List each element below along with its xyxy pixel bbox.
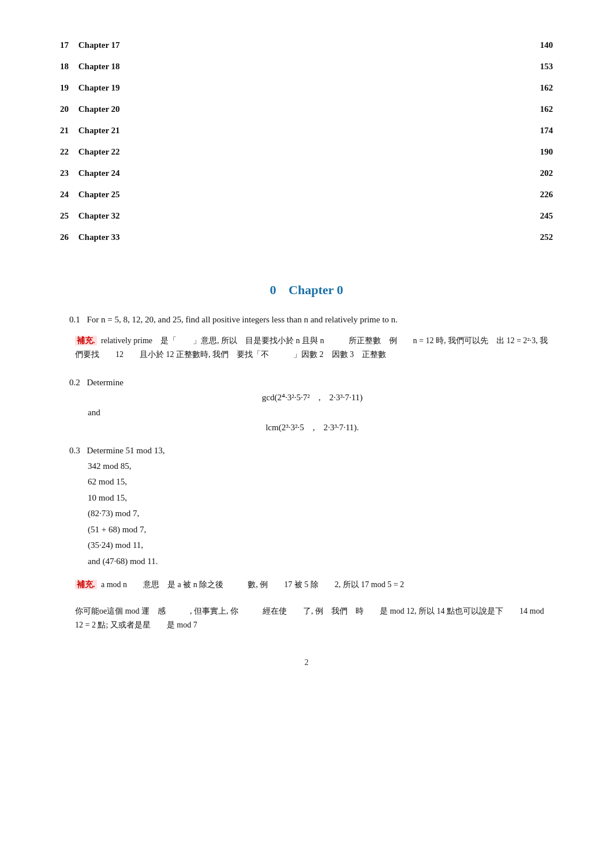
toc-num: 23 xyxy=(60,168,76,178)
prob-text: Determine xyxy=(87,378,124,387)
toc-entry-label: 21 Chapter 21 xyxy=(58,120,456,141)
toc-num: 20 xyxy=(60,104,76,114)
toc-chapter-label: Chapter 20 xyxy=(79,104,120,114)
toc-chapter-label: Chapter 21 xyxy=(79,126,120,135)
sup-text: relatively prime 是「 」意思, 所以 目是要找小於 n 且與 … xyxy=(75,336,548,359)
sup-text-1: a mod n 意思 是 a 被 n 除之後 數, 例 17 被 5 除 2, … xyxy=(101,580,404,589)
toc-num: 18 xyxy=(60,62,76,72)
toc-row: 19 Chapter 19 162 xyxy=(58,77,555,99)
toc-page: 162 xyxy=(456,99,555,120)
toc-page: 252 xyxy=(456,227,555,248)
prob-num: 0.3 xyxy=(69,446,80,455)
sup-label-1: 補充. xyxy=(75,580,97,589)
toc-page: 174 xyxy=(456,120,555,141)
toc-page: 202 xyxy=(456,163,555,184)
toc-page: 226 xyxy=(456,184,555,205)
sub-problem-line: (82·73) mod 7, xyxy=(88,506,555,521)
sup-text-2: 你可能oe這個 mod 運 感 , 但事實上, 你 經在使 了, 例 我們 時 … xyxy=(75,607,544,629)
sub-problem-line: (51 + 68) mod 7, xyxy=(88,523,555,538)
toc-row: 20 Chapter 20 162 xyxy=(58,99,555,120)
math-block-1: gcd(2⁴·3²·5·7² , 2·3³·7·11) xyxy=(69,392,555,403)
sub-problem-line: 62 mod 15, xyxy=(88,475,555,490)
sup-label: 補充. xyxy=(75,336,97,345)
toc-chapter-label: Chapter 25 xyxy=(79,190,120,199)
toc-entry-label: 20 Chapter 20 xyxy=(58,99,456,120)
toc-entry-label: 22 Chapter 22 xyxy=(58,141,456,163)
toc-num: 24 xyxy=(60,190,76,200)
toc-row: 22 Chapter 22 190 xyxy=(58,141,555,163)
toc-entry-label: 19 Chapter 19 xyxy=(58,77,456,99)
toc-entry-label: 23 Chapter 24 xyxy=(58,163,456,184)
supplement1: 補充. a mod n 意思 是 a 被 n 除之後 數, 例 17 被 5 除… xyxy=(69,574,555,595)
toc-num: 26 xyxy=(60,232,76,242)
toc-entry-label: 17 Chapter 17 xyxy=(58,35,456,56)
problem-0.2: 0.2 Determine gcd(2⁴·3²·5·7² , 2·3³·7·11… xyxy=(69,378,555,433)
toc-entry-label: 18 Chapter 18 xyxy=(58,56,456,77)
prob-text: Determine 51 mod 13, xyxy=(87,446,165,455)
toc-page: 153 xyxy=(456,56,555,77)
toc-page: 245 xyxy=(456,205,555,227)
toc-entry-label: 26 Chapter 33 xyxy=(58,227,456,248)
toc-num: 22 xyxy=(60,147,76,157)
problem-label: 0.1 For n = 5, 8, 12, 20, and 25, find a… xyxy=(69,315,555,325)
toc-table: 17 Chapter 17 140 18 Chapter 18 153 19 C… xyxy=(58,35,555,248)
page-number: 2 xyxy=(58,658,555,667)
supplement: 補充. relatively prime 是「 」意思, 所以 目是要找小於 n… xyxy=(69,330,555,365)
toc-row: 26 Chapter 33 252 xyxy=(58,227,555,248)
toc-row: 24 Chapter 25 226 xyxy=(58,184,555,205)
toc-row: 17 Chapter 17 140 xyxy=(58,35,555,56)
toc-chapter-label: Chapter 32 xyxy=(79,211,120,220)
toc-chapter-label: Chapter 24 xyxy=(79,168,120,178)
toc-page: 140 xyxy=(456,35,555,56)
prob-text: For n = 5, 8, 12, 20, and 25, find all p… xyxy=(87,315,398,324)
toc-num: 25 xyxy=(60,211,76,221)
toc-num: 17 xyxy=(60,40,76,50)
toc-row: 18 Chapter 18 153 xyxy=(58,56,555,77)
toc-chapter-label: Chapter 19 xyxy=(79,83,120,92)
toc-row: 23 Chapter 24 202 xyxy=(58,163,555,184)
problem-0.3: 0.3 Determine 51 mod 13, 342 mod 85,62 m… xyxy=(69,446,555,636)
chapter-title: Chapter 0 xyxy=(289,283,343,297)
toc-chapter-label: Chapter 22 xyxy=(79,147,120,156)
toc-num: 21 xyxy=(60,126,76,136)
toc-entry-label: 25 Chapter 32 xyxy=(58,205,456,227)
toc-chapter-label: Chapter 17 xyxy=(79,40,120,50)
problem-0.1: 0.1 For n = 5, 8, 12, 20, and 25, find a… xyxy=(69,315,555,365)
toc-page: 162 xyxy=(456,77,555,99)
chapter-num: 0 xyxy=(270,283,276,297)
prob-num: 0.2 xyxy=(69,378,80,387)
sub-problem-line: 342 mod 85, xyxy=(88,459,555,474)
problem-label: 0.2 Determine xyxy=(69,378,555,388)
toc-row: 25 Chapter 32 245 xyxy=(58,205,555,227)
toc-row: 21 Chapter 21 174 xyxy=(58,120,555,141)
prob-num: 0.1 xyxy=(69,315,80,324)
toc-chapter-label: Chapter 33 xyxy=(79,232,120,242)
chapter-heading: 0 Chapter 0 xyxy=(58,283,555,298)
math-block-2: lcm(2³·3²·5 , 2·3³·7·11). xyxy=(69,422,555,433)
toc-page: 190 xyxy=(456,141,555,163)
sub-problem-line: 10 mod 15, xyxy=(88,491,555,506)
sub-problem-line: (35·24) mod 11, xyxy=(88,538,555,553)
sub-problem-line: and (47·68) mod 11. xyxy=(88,554,555,569)
and-text: and xyxy=(88,408,555,418)
problem-label: 0.3 Determine 51 mod 13, xyxy=(69,446,555,456)
toc-entry-label: 24 Chapter 25 xyxy=(58,184,456,205)
toc-chapter-label: Chapter 18 xyxy=(79,62,120,71)
supplement2: 你可能oe這個 mod 運 感 , 但事實上, 你 經在使 了, 例 我們 時 … xyxy=(69,601,555,636)
toc-num: 19 xyxy=(60,83,76,93)
